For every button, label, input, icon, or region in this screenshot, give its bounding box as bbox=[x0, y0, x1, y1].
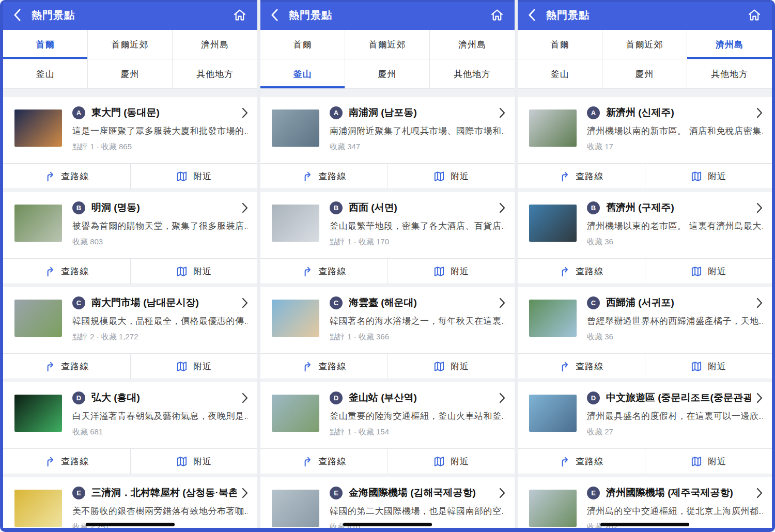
route-button[interactable]: 查路線 bbox=[3, 449, 131, 474]
nearby-button[interactable]: 附近 bbox=[645, 164, 772, 189]
home-indicator[interactable] bbox=[343, 523, 432, 526]
attraction-item[interactable]: B西面 (서면)釜山最繁華地段，密集了各大酒店、百貨店...點評 1 · 收藏 … bbox=[260, 192, 515, 258]
route-button[interactable]: 查路線 bbox=[260, 259, 388, 284]
back-button[interactable] bbox=[528, 9, 536, 21]
route-button[interactable]: 查路線 bbox=[3, 164, 131, 189]
chevron-right-icon bbox=[499, 488, 505, 498]
nearby-button[interactable]: 附近 bbox=[645, 259, 772, 284]
marker-letter: C bbox=[334, 299, 338, 307]
item-actions: 查路線附近 bbox=[3, 163, 257, 189]
attraction-item[interactable]: E金海國際機場 (김해국제공항)韓國的第二大國際機場，也是韓國南部的空...收藏… bbox=[260, 477, 515, 528]
route-button[interactable]: 查路線 bbox=[518, 164, 645, 189]
region-tab[interactable]: 首爾近郊 bbox=[602, 30, 687, 59]
region-tab[interactable]: 首爾近郊 bbox=[345, 30, 430, 59]
attraction-item[interactable]: B舊濟州 (구제주)濟州機場以東的老市區。 這裏有濟州島最大...收藏 36 bbox=[518, 192, 772, 258]
attraction-item[interactable]: D釜山站 (부산역)釜山重要的陸海交通樞紐，釜山火車站和釜...點評 1 · 收… bbox=[260, 382, 515, 448]
attraction-item[interactable]: A南浦洞 (남포동)南浦洞附近聚集了札嘎其市場、國際市場和...收藏 347 bbox=[260, 97, 515, 163]
route-button[interactable]: 查路線 bbox=[518, 259, 645, 284]
region-tab[interactable]: 其他地方 bbox=[430, 59, 515, 89]
attraction-title: 明洞 (명동) bbox=[91, 201, 237, 214]
nearby-button[interactable]: 附近 bbox=[645, 354, 772, 379]
attraction-title: 金海國際機場 (김해국제공항) bbox=[349, 486, 494, 499]
region-tab[interactable]: 其他地方 bbox=[687, 59, 772, 89]
attraction-desc: 曾經舉辦過世界杯的西歸浦盛產橘子，天地... bbox=[587, 315, 763, 327]
home-indicator[interactable] bbox=[86, 523, 175, 526]
nearby-button[interactable]: 附近 bbox=[645, 449, 772, 474]
nearby-button[interactable]: 附近 bbox=[131, 449, 258, 474]
attraction-item[interactable]: B明洞 (명동)被譽為首爾的購物天堂，聚集了很多服裝店...收藏 803 bbox=[3, 192, 257, 258]
region-tab[interactable]: 釜山 bbox=[518, 59, 602, 89]
home-button[interactable] bbox=[490, 8, 504, 22]
chevron-right-icon bbox=[499, 298, 505, 308]
attraction-item[interactable]: C西歸浦 (서귀포)曾經舉辦過世界杯的西歸浦盛產橘子，天地...收藏 36 bbox=[518, 287, 772, 353]
region-tab[interactable]: 濟州島 bbox=[173, 30, 257, 59]
home-button[interactable] bbox=[747, 8, 762, 22]
marker-letter: C bbox=[76, 299, 81, 307]
region-tab[interactable]: 慶州 bbox=[602, 59, 687, 89]
home-button[interactable] bbox=[233, 8, 247, 22]
attraction-title: 釜山站 (부산역) bbox=[349, 391, 494, 404]
attraction-info: E濟州國際機場 (제주국제공항)濟州島的空中交通樞紐，從北京上海廣州都...收藏… bbox=[587, 484, 763, 528]
region-tab[interactable]: 首爾近郊 bbox=[88, 30, 173, 59]
attraction-item[interactable]: E濟州國際機場 (제주국제공항)濟州島的空中交通樞紐，從北京上海廣州都...收藏… bbox=[518, 477, 772, 528]
route-button[interactable]: 查路線 bbox=[3, 259, 131, 284]
attraction-item[interactable]: D中文旅遊區 (중문리조트(중문관광단지))濟州最具盛名的度假村，在這裏可以一邊… bbox=[518, 382, 772, 448]
nearby-button[interactable]: 附近 bbox=[388, 354, 515, 379]
back-button[interactable] bbox=[13, 9, 21, 21]
nearby-button[interactable]: 附近 bbox=[388, 259, 515, 284]
region-tab[interactable]: 慶州 bbox=[345, 59, 430, 89]
attraction-info: D弘大 (홍대)白天洋溢著青春朝氣及藝術氣息，夜晚則是...收藏 681 bbox=[72, 389, 248, 448]
route-button[interactable]: 查路線 bbox=[518, 354, 645, 379]
nearby-button[interactable]: 附近 bbox=[131, 354, 258, 379]
route-button[interactable]: 查路線 bbox=[260, 164, 388, 189]
attraction-item[interactable]: C南大門市場 (남대문시장)韓國規模最大，品種最全，價格最優惠的傳...點評 2… bbox=[3, 287, 257, 353]
section-divider bbox=[518, 89, 772, 97]
region-tab[interactable]: 首爾 bbox=[260, 30, 345, 59]
attraction-info: A新濟州 (신제주)濟州機場以南的新市區。 酒店和免稅店密集...收藏 17 bbox=[587, 104, 763, 163]
nearby-button-label: 附近 bbox=[708, 170, 726, 182]
attraction-title: 南大門市場 (남대문시장) bbox=[91, 296, 237, 309]
nearby-button[interactable]: 附近 bbox=[388, 449, 515, 474]
attraction-item[interactable]: D弘大 (홍대)白天洋溢著青春朝氣及藝術氣息，夜晚則是...收藏 681 bbox=[3, 382, 257, 448]
region-tab[interactable]: 慶州 bbox=[88, 59, 173, 89]
attraction-title-row: D弘大 (홍대) bbox=[72, 389, 248, 406]
attraction-info: C海雲臺 (해운대)韓國著名的海水浴場之一，每年秋天在這裏...點評 1 · 收… bbox=[330, 294, 505, 353]
nearby-button[interactable]: 附近 bbox=[131, 259, 258, 284]
back-button[interactable] bbox=[271, 9, 278, 21]
region-tab[interactable]: 其他地方 bbox=[173, 59, 257, 89]
nearby-button-label: 附近 bbox=[451, 170, 469, 182]
route-button[interactable]: 查路線 bbox=[260, 449, 388, 474]
attraction-stats: 點評 2 · 收藏 1,272 bbox=[72, 332, 248, 342]
item-actions: 查路線附近 bbox=[518, 448, 772, 474]
attraction-stats: 點評 1 · 收藏 154 bbox=[330, 427, 505, 437]
region-tab[interactable]: 首爾 bbox=[518, 30, 602, 59]
item-actions: 查路線附近 bbox=[260, 163, 515, 189]
attraction-item[interactable]: A新濟州 (신제주)濟州機場以南的新市區。 酒店和免稅店密集...收藏 17 bbox=[518, 97, 772, 163]
marker-letter: A bbox=[334, 109, 338, 117]
attraction-list: A東大門 (동대문)這是一座匯聚了眾多服裝大廈和批發市場的...點評 1 · 收… bbox=[3, 97, 257, 528]
route-button[interactable]: 查路線 bbox=[518, 449, 645, 474]
route-button[interactable]: 查路線 bbox=[3, 354, 131, 379]
attraction-item[interactable]: C海雲臺 (해운대)韓國著名的海水浴場之一，每年秋天在這裏...點評 1 · 收… bbox=[260, 287, 515, 353]
marker-badge: E bbox=[72, 487, 85, 499]
region-tab[interactable]: 釜山 bbox=[3, 59, 88, 89]
attraction-desc: 美不勝收的銀杏樹兩旁錯落有致地分布著咖... bbox=[72, 505, 248, 517]
attraction-title: 中文旅遊區 (중문리조트(중문관광단지)) bbox=[606, 391, 751, 404]
region-tab[interactable]: 釜山 bbox=[260, 59, 345, 89]
nearby-button-label: 附近 bbox=[193, 361, 212, 372]
region-tab[interactable]: 濟州島 bbox=[687, 30, 772, 59]
region-tab[interactable]: 濟州島 bbox=[430, 30, 515, 59]
route-button[interactable]: 查路線 bbox=[260, 354, 388, 379]
nearby-button[interactable]: 附近 bbox=[131, 164, 258, 189]
attraction-info: A東大門 (동대문)這是一座匯聚了眾多服裝大廈和批發市場的...點評 1 · 收… bbox=[72, 104, 248, 163]
home-indicator[interactable] bbox=[600, 523, 689, 526]
chevron-right-icon bbox=[242, 107, 248, 118]
marker-badge: D bbox=[587, 392, 600, 404]
nearby-button[interactable]: 附近 bbox=[388, 164, 515, 189]
nearby-button-label: 附近 bbox=[451, 361, 469, 372]
region-tab[interactable]: 首爾 bbox=[3, 30, 88, 59]
attraction-item[interactable]: E三清洞．北村韓屋村 (삼청동·북촌한옥마을)美不勝收的銀杏樹兩旁錯落有致地分布… bbox=[3, 477, 257, 528]
item-actions: 查路線附近 bbox=[3, 258, 257, 284]
attraction-item[interactable]: A東大門 (동대문)這是一座匯聚了眾多服裝大廈和批發市場的...點評 1 · 收… bbox=[3, 97, 257, 163]
nearby-button-label: 附近 bbox=[451, 456, 469, 467]
